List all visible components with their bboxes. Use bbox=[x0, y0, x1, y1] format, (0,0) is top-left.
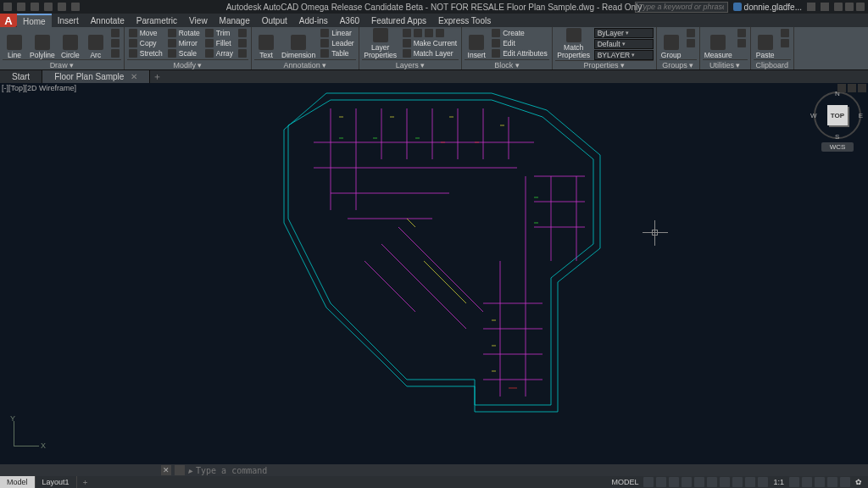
util-misc-1[interactable] bbox=[736, 28, 748, 37]
measure-button[interactable]: Measure bbox=[703, 28, 734, 58]
qat-menu-icon[interactable] bbox=[3, 3, 12, 11]
tab-manage[interactable]: Manage bbox=[214, 14, 256, 27]
mirror-button[interactable]: Mirror bbox=[166, 38, 202, 47]
close-button[interactable] bbox=[856, 3, 865, 11]
user-account[interactable]: donnie.gladfe... bbox=[733, 3, 802, 12]
file-tab-start[interactable]: Start bbox=[0, 70, 42, 83]
array-button[interactable]: Array bbox=[203, 48, 235, 58]
polar-toggle-icon[interactable] bbox=[682, 477, 692, 487]
qat-undo-icon[interactable] bbox=[58, 3, 66, 11]
match-properties-button[interactable]: Match Properties bbox=[555, 28, 593, 58]
group-button[interactable]: Group bbox=[659, 28, 683, 58]
fillet-button[interactable]: Fillet bbox=[203, 38, 235, 47]
app-logo[interactable]: A bbox=[0, 14, 17, 27]
command-close-button[interactable]: ✕ bbox=[161, 465, 171, 475]
qat-save-icon[interactable] bbox=[44, 3, 53, 11]
modify-misc-2[interactable] bbox=[236, 38, 248, 47]
arc-button[interactable]: Arc bbox=[84, 28, 108, 58]
panel-groups-title[interactable]: Groups ▾ bbox=[659, 59, 697, 69]
command-input[interactable] bbox=[196, 466, 868, 475]
close-tab-icon[interactable]: ✕ bbox=[131, 72, 137, 81]
drawing-canvas[interactable]: TOP N E S W WCS Y X bbox=[0, 83, 868, 464]
tab-featured-apps[interactable]: Featured Apps bbox=[365, 14, 432, 27]
annotation-monitor-icon[interactable] bbox=[802, 477, 812, 487]
file-tab-active[interactable]: Floor Plan Sample✕ bbox=[42, 70, 150, 83]
help-icon[interactable] bbox=[821, 3, 829, 11]
isolate-icon[interactable] bbox=[827, 477, 837, 487]
panel-utilities-title[interactable]: Utilities ▾ bbox=[703, 59, 748, 69]
modify-misc-1[interactable] bbox=[236, 28, 248, 37]
transparency-toggle-icon[interactable] bbox=[732, 477, 743, 487]
modify-misc-3[interactable] bbox=[236, 48, 248, 58]
line-button[interactable]: Line bbox=[3, 28, 26, 58]
paste-button[interactable]: Paste bbox=[754, 28, 777, 58]
qat-redo-icon[interactable] bbox=[71, 3, 80, 11]
stretch-button[interactable]: Stretch bbox=[127, 48, 164, 58]
tab-insert[interactable]: Insert bbox=[52, 14, 85, 27]
draw-misc-1[interactable] bbox=[109, 28, 121, 37]
panel-properties-title[interactable]: Properties ▾ bbox=[555, 60, 654, 69]
qat-open-icon[interactable] bbox=[31, 3, 39, 11]
vp-maximize-icon[interactable] bbox=[848, 84, 856, 92]
help-search-input[interactable] bbox=[635, 2, 728, 13]
snap-toggle-icon[interactable] bbox=[656, 477, 666, 487]
draw-misc-2[interactable] bbox=[109, 38, 121, 47]
cut-button[interactable] bbox=[779, 28, 791, 37]
lineweight-toggle-icon[interactable] bbox=[720, 477, 730, 487]
clean-screen-icon[interactable] bbox=[840, 477, 850, 487]
maximize-button[interactable] bbox=[845, 3, 854, 11]
tab-addins[interactable]: Add-ins bbox=[293, 14, 334, 27]
layer-row-icons[interactable] bbox=[401, 28, 459, 37]
panel-draw-title[interactable]: Draw ▾ bbox=[3, 59, 121, 69]
draw-misc-3[interactable] bbox=[109, 48, 121, 58]
minimize-button[interactable] bbox=[834, 3, 843, 11]
layer-properties-button[interactable]: Layer Properties bbox=[362, 28, 399, 58]
layout-tab-layout1[interactable]: Layout1 bbox=[36, 476, 77, 488]
tab-home[interactable]: Home bbox=[17, 14, 52, 27]
ltype-combo[interactable]: BYLAYER bbox=[594, 50, 654, 60]
color-combo[interactable]: ByLayer bbox=[594, 28, 654, 38]
vp-minimize-icon[interactable] bbox=[837, 84, 846, 92]
panel-annotation-title[interactable]: Annotation ▾ bbox=[254, 59, 356, 69]
create-block-button[interactable]: Create bbox=[490, 28, 548, 37]
grid-toggle-icon[interactable] bbox=[643, 477, 654, 487]
edit-attributes-button[interactable]: Edit Attributes bbox=[490, 48, 548, 58]
viewport-label[interactable]: [-][Top][2D Wireframe] bbox=[2, 84, 76, 92]
tab-annotate[interactable]: Annotate bbox=[85, 14, 131, 27]
ungroup-button[interactable] bbox=[685, 28, 697, 37]
panel-layers-title[interactable]: Layers ▾ bbox=[362, 59, 459, 69]
osnap-toggle-icon[interactable] bbox=[694, 477, 704, 487]
copy-button[interactable]: Copy bbox=[127, 38, 164, 47]
tab-output[interactable]: Output bbox=[256, 14, 293, 27]
tab-express-tools[interactable]: Express Tools bbox=[432, 14, 497, 27]
viewcube-face[interactable]: TOP bbox=[827, 105, 848, 125]
tab-parametric[interactable]: Parametric bbox=[131, 14, 183, 27]
status-scale[interactable]: 1:1 bbox=[771, 478, 787, 486]
qat-new-icon[interactable] bbox=[17, 3, 25, 11]
text-button[interactable]: Text bbox=[254, 28, 278, 58]
wcs-button[interactable]: WCS bbox=[821, 142, 854, 152]
table-button[interactable]: Table bbox=[319, 48, 355, 58]
leader-button[interactable]: Leader bbox=[319, 38, 355, 47]
cycling-toggle-icon[interactable] bbox=[745, 477, 755, 487]
tab-view[interactable]: View bbox=[183, 14, 214, 27]
hardware-accel-icon[interactable] bbox=[815, 477, 825, 487]
match-layer-button[interactable]: Match Layer bbox=[401, 48, 459, 58]
scale-button[interactable]: Scale bbox=[166, 48, 202, 58]
layout-tab-model[interactable]: Model bbox=[0, 476, 36, 488]
panel-block-title[interactable]: Block ▾ bbox=[465, 59, 548, 69]
otrack-toggle-icon[interactable] bbox=[707, 477, 717, 487]
customize-icon[interactable]: ✿ bbox=[853, 478, 865, 486]
lweight-combo[interactable]: Default bbox=[594, 39, 654, 49]
group-edit-button[interactable] bbox=[685, 38, 697, 47]
panel-modify-title[interactable]: Modify ▾ bbox=[127, 59, 248, 69]
workspace-icon[interactable] bbox=[789, 477, 799, 487]
trim-button[interactable]: Trim bbox=[203, 28, 235, 37]
util-misc-2[interactable] bbox=[736, 38, 748, 47]
circle-button[interactable]: Circle bbox=[58, 28, 82, 58]
status-model[interactable]: MODEL bbox=[609, 478, 641, 486]
linear-button[interactable]: Linear bbox=[319, 28, 355, 37]
copy-clip-button[interactable] bbox=[779, 38, 791, 47]
layout-add-button[interactable]: ＋ bbox=[77, 477, 93, 488]
make-current-button[interactable]: Make Current bbox=[401, 38, 459, 47]
